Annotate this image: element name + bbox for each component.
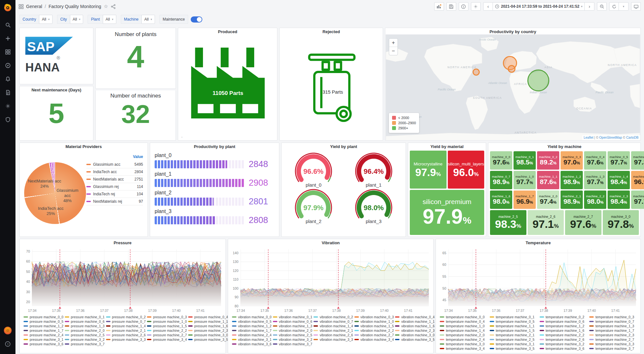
legend-item[interactable]: pressure machine_3_7 xyxy=(65,342,105,346)
legend-item[interactable]: temperature machine_3_5 xyxy=(490,346,538,351)
legend-item[interactable]: temperature machine_2_1 xyxy=(490,333,538,337)
sidebar-item-docs[interactable] xyxy=(0,86,15,99)
legend-header-value[interactable]: Value xyxy=(133,154,143,161)
legend-item[interactable]: pressure machine_1_5 xyxy=(147,324,187,328)
filter-value-city[interactable]: All▾ xyxy=(70,15,83,24)
legend-item[interactable]: temperature machine_3_4 xyxy=(440,346,488,351)
refresh-button[interactable] xyxy=(609,2,619,11)
legend-item[interactable]: vibration machine_3_6 xyxy=(232,342,272,346)
zoom-out-button[interactable]: − xyxy=(389,47,398,55)
legend-item[interactable]: pressure machine_0_4 xyxy=(188,315,228,319)
breadcrumb-section[interactable]: General xyxy=(26,4,42,9)
filter-value-machine[interactable]: All▾ xyxy=(141,15,155,24)
legend-item[interactable]: vibration machine_3_4 xyxy=(354,337,394,342)
legend-item[interactable]: temperature machine_3_0 xyxy=(440,342,488,346)
legend-item[interactable]: pressure machine_2_4 xyxy=(24,333,63,337)
legend-item[interactable]: vibration machine_0_5 xyxy=(232,319,272,324)
legend-item[interactable]: vibration machine_2_7 xyxy=(354,333,394,337)
legend-item[interactable]: pressure machine_3_6 xyxy=(24,342,63,346)
filter-value-plant[interactable]: All▾ xyxy=(103,15,116,24)
legend-item[interactable]: pressure machine_2_6 xyxy=(106,333,146,337)
legend-row[interactable]: Glassimium rej114 xyxy=(86,183,143,191)
filter-label-country[interactable]: Country xyxy=(19,15,39,24)
attribution-link[interactable]: OpenStreetMap xyxy=(599,136,622,139)
legend-item[interactable]: pressure machine_3_5 xyxy=(188,337,228,342)
legend-item[interactable]: temperature machine_1_7 xyxy=(589,328,638,333)
legend-item[interactable]: pressure machine_2_5 xyxy=(65,333,105,337)
legend-row[interactable]: NextMaterials rej97 xyxy=(86,198,143,205)
legend-item[interactable]: pressure machine_2_1 xyxy=(106,328,146,333)
legend-item[interactable]: vibration machine_0_6 xyxy=(273,319,312,324)
sidebar-item-shield[interactable] xyxy=(0,113,15,126)
legend-item[interactable]: pressure machine_0_1 xyxy=(65,315,105,319)
legend-row[interactable]: IndiaTech acc2804 xyxy=(86,168,143,176)
legend-item[interactable]: temperature machine_1_3 xyxy=(589,324,638,328)
legend-item[interactable]: vibration machine_1_3 xyxy=(273,324,312,328)
add-panel-button[interactable] xyxy=(434,2,444,11)
legend-item[interactable]: temperature machine_1_5 xyxy=(490,328,538,333)
legend-item[interactable]: temperature machine_3_6 xyxy=(540,346,588,351)
legend-item[interactable]: temperature machine_2_7 xyxy=(589,337,638,342)
legend-item[interactable]: vibration machine_3_0 xyxy=(395,333,435,337)
legend-item[interactable]: pressure machine_2_3 xyxy=(188,328,228,333)
legend-item[interactable]: vibration machine_3_5 xyxy=(395,337,435,342)
dashboard-settings-button[interactable] xyxy=(471,2,481,11)
legend-item[interactable]: pressure machine_3_0 xyxy=(188,333,228,337)
legend-item[interactable]: vibration machine_1_5 xyxy=(354,324,394,328)
temperature-plot[interactable]: 455055606517:3417:3517:3617:3717:3817:39… xyxy=(436,247,640,313)
legend-item[interactable]: vibration machine_2_1 xyxy=(313,328,353,333)
dashboard-insights-button[interactable] xyxy=(459,2,468,11)
world-map[interactable]: NORTH AMERICASOUTH AMERICAAFRICAASIAOCEA… xyxy=(386,34,640,140)
legend-item[interactable]: pressure machine_2_2 xyxy=(147,328,187,333)
legend-item[interactable]: pressure machine_2_0 xyxy=(65,328,105,333)
legend-item[interactable]: temperature machine_2_3 xyxy=(589,333,638,337)
legend-item[interactable]: temperature machine_0_2 xyxy=(540,315,588,319)
legend-item[interactable]: temperature machine_3_1 xyxy=(490,342,538,346)
legend-item[interactable]: temperature machine_1_2 xyxy=(540,324,588,328)
share-icon[interactable] xyxy=(111,4,116,9)
sidebar-item-add[interactable] xyxy=(0,32,15,45)
legend-item[interactable]: vibration machine_2_0 xyxy=(273,328,312,333)
legend-item[interactable]: vibration machine_2_4 xyxy=(232,333,272,337)
legend-item[interactable]: vibration machine_3_2 xyxy=(273,337,312,342)
legend-item[interactable]: temperature machine_3_3 xyxy=(589,342,638,346)
legend-item[interactable]: pressure machine_3_3 xyxy=(106,337,146,342)
legend-item[interactable]: vibration machine_3_3 xyxy=(313,337,353,342)
legend-item[interactable]: pressure machine_3_1 xyxy=(24,337,63,342)
legend-item[interactable]: temperature machine_3_2 xyxy=(540,342,588,346)
filter-value-country[interactable]: All▾ xyxy=(39,15,53,24)
legend-item[interactable]: temperature machine_0_0 xyxy=(440,315,488,319)
legend-item[interactable]: vibration machine_1_0 xyxy=(354,319,394,324)
legend-item[interactable]: temperature machine_2_2 xyxy=(540,333,588,337)
maintenance-toggle[interactable] xyxy=(191,16,202,23)
legend-item[interactable]: temperature machine_1_6 xyxy=(540,328,588,333)
legend-item[interactable]: vibration machine_0_0 xyxy=(232,315,272,319)
zoom-in-button[interactable]: + xyxy=(389,39,398,47)
legend-item[interactable]: pressure machine_3_4 xyxy=(147,337,187,342)
sidebar-item-dashboards[interactable] xyxy=(0,45,15,59)
legend-item[interactable]: temperature machine_0_6 xyxy=(540,319,588,324)
sidebar-item-avatar[interactable] xyxy=(0,324,15,337)
legend-item[interactable]: pressure machine_0_3 xyxy=(147,315,187,319)
legend-item[interactable]: temperature machine_2_6 xyxy=(540,337,588,342)
legend-item[interactable]: vibration machine_0_7 xyxy=(313,319,353,324)
legend-item[interactable]: vibration machine_1_4 xyxy=(313,324,353,328)
legend-item[interactable]: temperature machine_3_7 xyxy=(589,346,638,351)
legend-item[interactable]: temperature machine_0_3 xyxy=(589,315,638,319)
star-icon[interactable]: ☆ xyxy=(104,4,108,9)
sidebar-item-explore[interactable] xyxy=(0,59,15,72)
legend-item[interactable]: pressure machine_0_5 xyxy=(24,319,63,324)
sidebar-item-alerting[interactable] xyxy=(0,72,15,86)
legend-item[interactable]: vibration machine_2_2 xyxy=(354,328,394,333)
legend-item[interactable]: vibration machine_0_4 xyxy=(395,315,435,319)
legend-item[interactable]: pressure machine_0_0 xyxy=(24,315,63,319)
legend-row[interactable]: Glassimium acc5495 xyxy=(86,161,143,168)
save-dashboard-button[interactable] xyxy=(447,2,456,11)
legend-item[interactable]: pressure machine_2_7 xyxy=(147,333,187,337)
sidebar-item-help[interactable]: ? xyxy=(0,337,15,351)
legend-item[interactable]: vibration machine_1_1 xyxy=(395,319,435,324)
dashboards-grid-icon[interactable] xyxy=(19,4,24,9)
legend-item[interactable]: vibration machine_3_1 xyxy=(232,337,272,342)
legend-item[interactable]: vibration machine_2_5 xyxy=(273,333,312,337)
legend-item[interactable]: pressure machine_0_7 xyxy=(106,319,146,324)
